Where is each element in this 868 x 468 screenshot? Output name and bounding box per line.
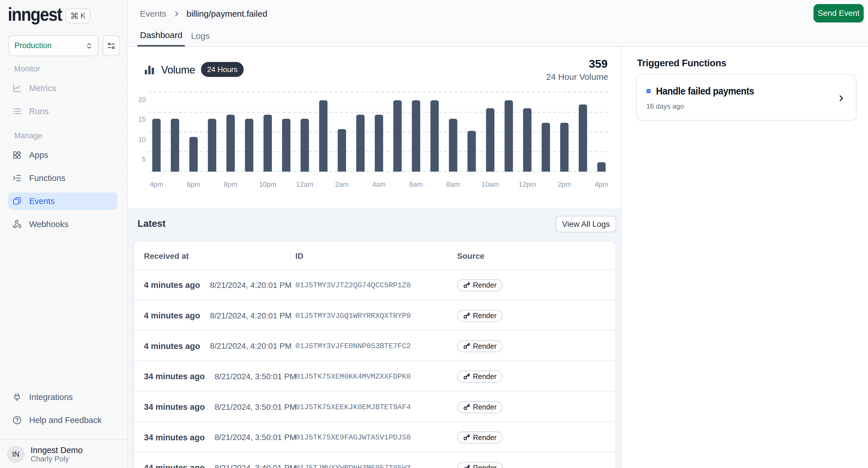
svg-text:6am: 6am — [409, 180, 423, 188]
svg-text:4am: 4am — [372, 180, 386, 188]
svg-text:10am: 10am — [482, 180, 499, 188]
svg-text:20: 20 — [138, 96, 146, 103]
svg-text:15: 15 — [138, 115, 146, 123]
svg-text:4pm: 4pm — [595, 180, 608, 188]
svg-text:6pm: 6pm — [187, 180, 200, 188]
svg-text:4pm: 4pm — [150, 180, 163, 188]
svg-text:8pm: 8pm — [224, 180, 237, 188]
svg-text:2am: 2am — [335, 180, 349, 188]
svg-text:8am: 8am — [446, 180, 460, 188]
svg-text:10pm: 10pm — [259, 180, 276, 188]
svg-text:5: 5 — [142, 156, 146, 163]
svg-text:10: 10 — [138, 136, 146, 143]
svg-text:12am: 12am — [296, 180, 313, 188]
svg-text:12pm: 12pm — [519, 180, 536, 188]
svg-text:2pm: 2pm — [558, 180, 571, 188]
